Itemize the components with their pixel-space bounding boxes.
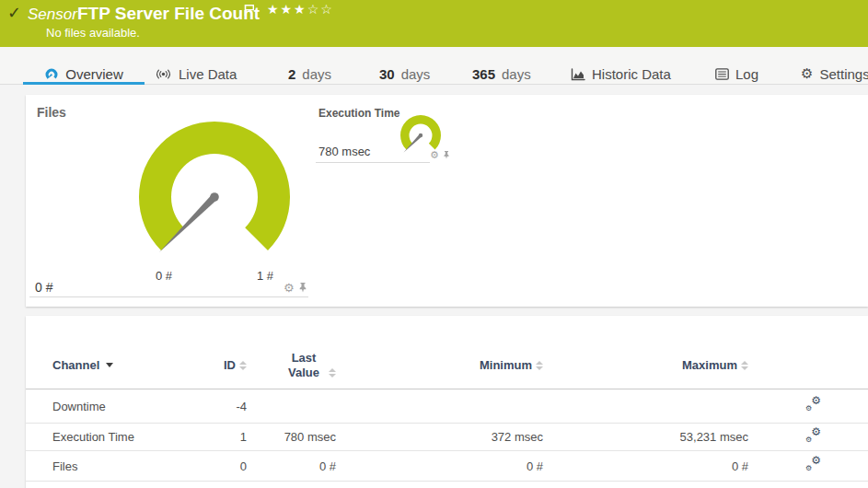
table-header-row: Channel ID Last Value Minimum Maximum <box>26 316 868 389</box>
gauge-settings-icon[interactable]: ⚙ <box>284 282 295 294</box>
tab-2-days[interactable]: 2 days <box>288 62 331 87</box>
execution-gauge-tools: ⚙ <box>430 150 450 160</box>
execution-time-gauge-title: Execution Time <box>318 107 399 120</box>
header-label: Maximum <box>682 358 737 372</box>
flag-icon[interactable] <box>244 4 255 20</box>
files-gauge-max-label: 1 # <box>247 269 284 283</box>
stars-empty: ☆☆ <box>307 2 334 17</box>
tab-live-data[interactable]: Live Data <box>155 62 237 87</box>
tab-number: 2 <box>288 66 295 82</box>
tab-label: Historic Data <box>592 66 671 82</box>
files-gauge <box>132 114 297 280</box>
pin-icon[interactable] <box>443 150 450 160</box>
channel-last-value: 0 # <box>247 459 336 473</box>
tab-label: Live Data <box>179 66 237 82</box>
sort-icon <box>239 361 247 370</box>
channel-name[interactable]: Execution Time <box>52 430 191 444</box>
sensor-message: No files available. <box>46 26 140 40</box>
header-label: Channel <box>52 358 99 372</box>
tab-label: days <box>401 66 431 82</box>
sort-icon <box>536 361 543 370</box>
sensor-kind-label: Sensor <box>28 6 77 24</box>
tab-label: Settings <box>819 66 868 82</box>
files-gauge-min-label: 0 # <box>145 269 182 283</box>
files-gauge-tools: ⚙ <box>284 282 307 294</box>
col-header-maximum[interactable]: Maximum <box>543 358 748 372</box>
active-tab-underline <box>23 82 145 85</box>
edit-channel-icon[interactable]: ⚙⚙ <box>805 429 821 443</box>
col-header-minimum[interactable]: Minimum <box>336 358 543 372</box>
status-check-icon: ✓ <box>7 3 21 22</box>
priority-stars[interactable]: ★★★☆☆ <box>267 2 334 17</box>
channel-minimum: 0 # <box>336 459 543 473</box>
tab-number: 30 <box>379 66 395 82</box>
table-row: Files 0 0 # 0 # 0 # ⚙⚙ <box>26 451 868 482</box>
gauges-panel: Files 0 # 1 # 0 # ⚙ Execution Time 780 m… <box>26 95 868 307</box>
gear-icon: ⚙ <box>801 67 813 81</box>
table-row: Downtime -4 ⚙⚙ <box>26 389 868 424</box>
files-current-value: 0 # <box>35 280 52 295</box>
tab-log[interactable]: Log <box>715 62 758 87</box>
broadcast-icon <box>155 68 172 80</box>
channel-last-value: 780 msec <box>247 430 336 444</box>
channel-id: -4 <box>191 400 247 413</box>
channels-table-panel: Channel ID Last Value Minimum Maximum Do… <box>26 316 868 488</box>
log-icon <box>715 68 729 80</box>
sort-desc-icon <box>106 363 113 367</box>
tab-label: Log <box>735 66 758 82</box>
gauge-icon <box>44 67 59 82</box>
channel-name[interactable]: Files <box>52 459 191 473</box>
channel-minimum: 372 msec <box>336 430 543 444</box>
table-row: Execution Time 1 780 msec 372 msec 53,23… <box>26 424 868 451</box>
stars-filled: ★★★ <box>267 2 307 17</box>
col-header-last-value[interactable]: Last Value <box>247 351 336 379</box>
tab-label: days <box>302 66 331 82</box>
channel-id: 1 <box>191 430 247 444</box>
tab-historic-data[interactable]: Historic Data <box>571 62 671 87</box>
col-header-channel[interactable]: Channel <box>52 358 191 372</box>
tab-label: days <box>502 66 531 82</box>
header-label: ID <box>224 358 236 372</box>
channel-maximum: 53,231 msec <box>543 430 748 444</box>
execution-block-divider <box>316 162 430 163</box>
sensor-status-banner: ✓ Sensor FTP Server File Count ★★★☆☆ No … <box>0 0 868 47</box>
page-title: FTP Server File Count <box>77 4 260 24</box>
tab-bar: Overview Live Data 2 days 30 days 365 da… <box>0 47 868 85</box>
tab-number: 365 <box>472 66 495 82</box>
col-header-id[interactable]: ID <box>191 358 247 372</box>
area-chart-icon <box>571 68 585 81</box>
edit-channel-icon[interactable]: ⚙⚙ <box>805 398 821 412</box>
channel-maximum: 0 # <box>543 459 748 473</box>
gauge-settings-icon[interactable]: ⚙ <box>430 150 439 160</box>
tab-30-days[interactable]: 30 days <box>379 62 430 87</box>
tab-label: Overview <box>65 66 123 82</box>
files-block-divider <box>29 296 308 297</box>
channel-name[interactable]: Downtime <box>52 400 191 413</box>
edit-channel-icon[interactable]: ⚙⚙ <box>805 458 821 471</box>
header-label: Last Value <box>283 351 325 379</box>
execution-time-current-value: 780 msec <box>318 145 370 158</box>
pin-icon[interactable] <box>298 282 307 294</box>
files-gauge-title: Files <box>37 105 66 120</box>
header-label: Minimum <box>480 358 532 372</box>
channel-id: 0 <box>191 459 247 473</box>
tab-365-days[interactable]: 365 days <box>472 62 531 87</box>
sort-icon <box>741 361 748 370</box>
tab-settings[interactable]: ⚙ Settings <box>801 62 868 87</box>
sort-icon <box>329 368 336 378</box>
